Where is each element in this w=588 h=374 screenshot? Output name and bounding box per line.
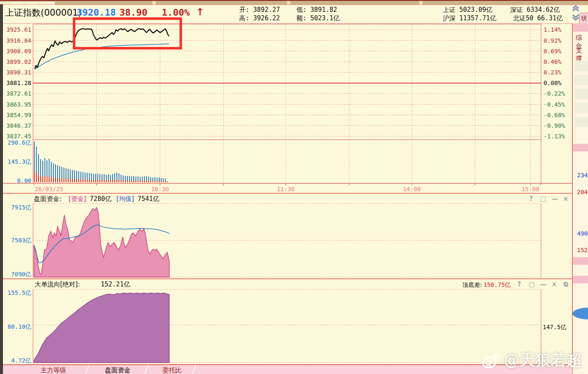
flow-area [34,293,169,363]
flow-panel-minimize-icon[interactable]: — [540,281,547,288]
fund-axis-label: 7090亿 [0,271,31,277]
fund-panel-help-icon[interactable]: ? [529,195,533,202]
price-axis-label: 3899.02 [0,59,31,65]
tab-zhuli-dengji[interactable]: 主力等级 [41,366,66,374]
fund-axis-label: 7503亿 [0,237,31,243]
weibo-icon [482,351,501,369]
fund-area [34,207,169,277]
time-axis-label: 15:00 [520,186,541,192]
fund-legend-1-value: 7280亿 [90,195,111,203]
time-axis-label: 26/03/25 [35,186,63,192]
pct-axis-label: 0.23% [544,69,561,75]
time-axis-label: 11:30 [275,186,296,192]
price-axis-label: 3837.45 [0,133,31,139]
tab-panmian-zijin[interactable]: 盘面资金 [105,366,130,374]
flow-axis-label: 80.10亿 [0,324,31,330]
fund-panel-close-icon[interactable]: × [563,195,569,202]
left-edge-strip [0,4,3,374]
fund-axis-label: 7915亿 [0,204,31,210]
pct-axis-label: 0.00% [544,80,561,86]
price-axis-label: 3890.31 [0,69,31,75]
flow-diff-label: 顶底差: [462,281,482,289]
flow-panel-help-icon[interactable]: ? [517,281,521,288]
trading-app-window: 上证指数(000001) 3920.18 38.90 1.00% ↑ 开: 38… [0,0,588,374]
flow-panel-value: 152.21亿 [101,280,130,289]
fund-legend-1-label: [资金] [69,195,86,203]
watermark-handle: @天狼若超 [504,349,582,371]
volume-axis-label: 145.3亿 [0,159,31,165]
fund-panel-title: 盘面资金: [34,195,61,203]
tab-weituo-bi[interactable]: 委托比 [163,366,182,374]
volume-bars [34,142,168,182]
flow-diff-value: 150.75亿 [483,281,511,289]
annotation-red-box [73,17,182,50]
time-axis-label: 10:30 [149,186,171,192]
volume-axis-label: 0.00 [0,178,31,184]
price-axis-label: 3854.99 [0,112,31,118]
price-axis-label: 3872.61 [0,91,31,96]
pct-axis-label: 0.46% [544,59,561,65]
watermark: @天狼若超 [482,349,582,371]
fund-panel-maximize-icon[interactable]: □ [540,195,546,202]
fund-panel-minimize-icon[interactable]: — [552,195,558,202]
pct-axis-label: 0.92% [544,38,561,44]
fund-legend-2-label: [均值] [116,195,134,203]
fund-legend-2-value: 7541亿 [138,195,159,203]
price-axis-label: 3846.37 [0,123,31,129]
pct-axis-label: 1.14% [544,27,561,33]
price-axis-label: 3881.28 [0,80,31,86]
pct-axis-label: -0.45% [544,102,565,107]
flow-panel-close-icon[interactable]: × [552,281,557,288]
flow-panel-title: 大单流向[绝对]: [35,280,80,289]
flow-right-value-label: 147.5亿 [543,324,566,331]
volume-axis-label: 290.6亿 [0,140,31,146]
pct-axis-label: -0.68% [544,112,565,118]
pct-axis-label: -0.22% [544,91,565,96]
price-axis-label: 3863.95 [0,102,31,107]
flow-panel-popout-icon[interactable]: ⧉ [563,281,568,288]
price-axis-label: 3925.61 [0,27,31,33]
pct-axis-label: -1.13% [544,133,565,139]
flow-axis-label: 4.72亿 [0,358,31,363]
flow-axis-label: 155.5亿 [0,290,31,296]
pct-axis-label: -0.90% [544,123,565,129]
flow-panel-maximize-icon[interactable]: □ [529,281,535,288]
price-axis-label: 3916.84 [0,38,31,44]
time-axis-label: 14:00 [401,186,422,192]
pct-axis-label: 0.69% [544,48,561,54]
price-axis-label: 3908.09 [0,48,31,54]
